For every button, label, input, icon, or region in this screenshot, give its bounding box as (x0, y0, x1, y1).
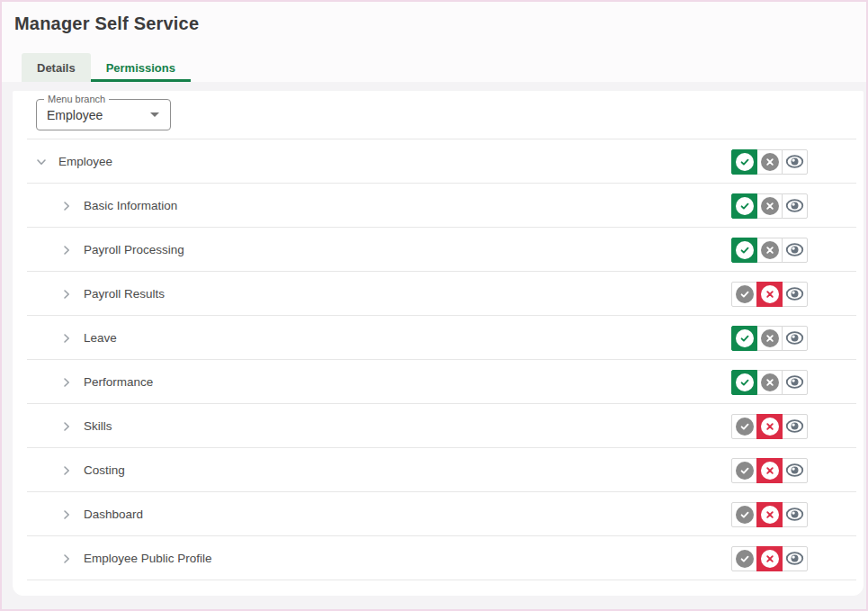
permission-buttons (731, 149, 808, 175)
chevron-icon[interactable] (59, 508, 74, 522)
permission-row-label: Employee Public Profile (84, 552, 212, 565)
chevron-icon[interactable] (59, 419, 74, 434)
permission-row: Skills (13, 404, 864, 448)
permission-buttons (731, 546, 808, 571)
permission-row-label: Payroll Results (84, 287, 165, 301)
eye-icon[interactable] (782, 149, 808, 175)
x-icon[interactable] (756, 546, 783, 571)
permissions-tree: Employee (13, 139, 864, 580)
permission-row: Employee (13, 139, 864, 184)
tree-cell: Employee (13, 155, 112, 169)
tree-cell: Dashboard (13, 508, 143, 522)
permission-row: Dashboard (13, 492, 864, 536)
permission-buttons (731, 193, 808, 219)
chevron-icon[interactable] (59, 287, 74, 301)
permission-buttons (731, 282, 808, 307)
eye-icon[interactable] (782, 502, 808, 527)
eye-icon[interactable] (782, 458, 808, 483)
permissions-card: Menu branch Employee Employee (13, 91, 864, 596)
chevron-icon[interactable] (59, 331, 74, 346)
x-icon[interactable] (756, 238, 783, 263)
tree-cell: Skills (13, 419, 112, 434)
permission-row: Payroll Processing (13, 228, 864, 272)
check-icon[interactable] (731, 546, 757, 571)
tab-bar: Details Permissions (12, 53, 854, 82)
eye-icon[interactable] (782, 238, 808, 263)
permission-row-label: Payroll Processing (84, 243, 184, 256)
x-icon[interactable] (756, 370, 783, 395)
permission-row-label: Costing (84, 463, 125, 477)
permission-buttons (731, 458, 808, 483)
eye-icon[interactable] (782, 370, 808, 395)
permission-row: Payroll Results (13, 272, 864, 316)
check-icon[interactable] (731, 238, 757, 263)
page-header: Manager Self Service Details Permissions (2, 2, 866, 82)
tree-cell: Payroll Processing (13, 243, 184, 257)
chevron-icon[interactable] (59, 243, 74, 257)
x-icon[interactable] (756, 414, 783, 439)
permission-row-label: Leave (84, 331, 117, 345)
page-title: Manager Self Service (14, 11, 854, 36)
tree-cell: Payroll Results (13, 287, 165, 301)
x-icon[interactable] (756, 502, 783, 527)
permission-buttons (731, 414, 808, 439)
tree-cell: Performance (13, 375, 153, 390)
permission-row-label: Skills (84, 419, 112, 433)
tab-permissions[interactable]: Permissions (91, 53, 191, 82)
eye-icon[interactable] (782, 282, 808, 307)
permission-buttons (731, 326, 808, 351)
content-background: Menu branch Employee Employee (2, 82, 866, 609)
eye-icon[interactable] (782, 193, 808, 219)
tree-cell: Costing (13, 463, 125, 478)
permission-row: Costing (13, 448, 864, 492)
tree-cell: Leave (13, 331, 117, 346)
check-icon[interactable] (731, 193, 757, 219)
eye-icon[interactable] (782, 414, 808, 439)
check-icon[interactable] (731, 282, 757, 307)
permission-buttons (731, 238, 808, 263)
check-icon[interactable] (731, 458, 757, 483)
chevron-icon[interactable] (59, 552, 74, 566)
menu-branch-select[interactable]: Menu branch Employee (36, 99, 171, 130)
permission-row-label: Dashboard (84, 508, 143, 521)
chevron-icon[interactable] (59, 375, 74, 390)
check-icon[interactable] (731, 502, 757, 527)
tab-details[interactable]: Details (22, 53, 91, 82)
eye-icon[interactable] (782, 326, 808, 351)
menu-branch-value: Employee (37, 108, 150, 122)
menu-branch-area: Menu branch Employee (13, 91, 864, 139)
eye-icon[interactable] (782, 546, 808, 571)
chevron-icon[interactable] (59, 199, 74, 213)
permission-row: Leave (13, 316, 864, 360)
check-icon[interactable] (731, 149, 757, 175)
permission-buttons (731, 370, 808, 395)
x-icon[interactable] (756, 282, 783, 307)
tree-cell: Basic Information (13, 199, 177, 213)
chevron-icon[interactable] (34, 155, 49, 169)
permission-row-label: Basic Information (84, 199, 177, 212)
check-icon[interactable] (731, 326, 757, 351)
permission-row: Basic Information (13, 184, 864, 228)
permission-row-label: Employee (58, 155, 112, 168)
tree-cell: Employee Public Profile (13, 552, 212, 566)
permission-buttons (731, 502, 808, 527)
permission-row-label: Performance (84, 375, 153, 389)
check-icon[interactable] (731, 370, 757, 395)
x-icon[interactable] (756, 326, 783, 351)
chevron-icon[interactable] (59, 463, 74, 478)
permission-row: Performance (13, 360, 864, 404)
x-icon[interactable] (756, 149, 783, 175)
manager-self-service-screen: Manager Self Service Details Permissions… (0, 0, 868, 611)
x-icon[interactable] (756, 193, 783, 219)
x-icon[interactable] (756, 458, 783, 483)
dropdown-arrow-icon (150, 112, 159, 117)
menu-branch-label: Menu branch (44, 94, 109, 105)
permission-row: Employee Public Profile (13, 536, 864, 580)
check-icon[interactable] (731, 414, 757, 439)
